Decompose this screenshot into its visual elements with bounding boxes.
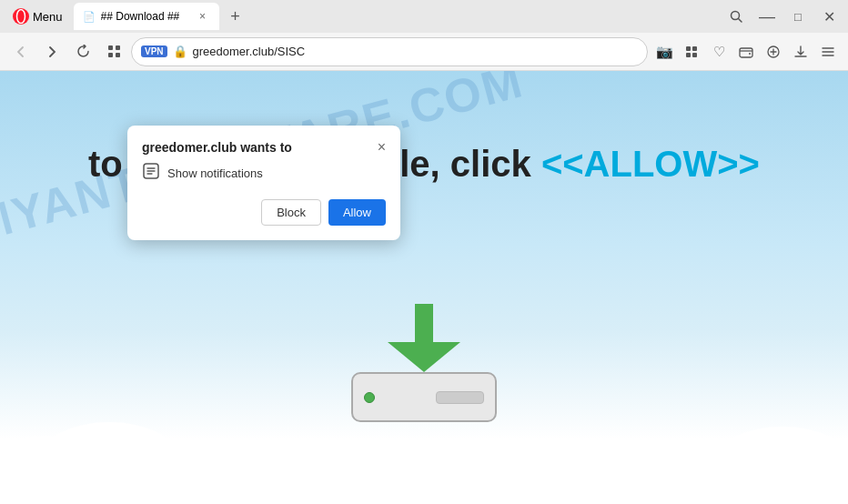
svg-rect-5 [116, 45, 120, 50]
camera-icon[interactable]: 📷 [651, 39, 677, 65]
vpn-badge: VPN [141, 45, 167, 57]
notification-popup: greedomer.club wants to × Show notificat… [127, 126, 400, 240]
hamburger-menu-icon[interactable] [815, 39, 841, 65]
download-icon[interactable] [788, 39, 813, 65]
lock-icon: 🔒 [173, 45, 187, 58]
page-content: MYANTISPYWARE.COM to download the file, … [0, 71, 848, 504]
svg-rect-9 [692, 46, 697, 51]
clouds-svg [0, 386, 848, 504]
heart-icon[interactable]: ♡ [706, 39, 732, 65]
tab-title: ## Download ## [101, 10, 190, 23]
svg-rect-28 [0, 486, 848, 504]
grid-button[interactable] [100, 38, 127, 66]
svg-rect-6 [108, 53, 113, 57]
popup-header: greedomer.club wants to × [142, 140, 386, 155]
notification-icon [142, 162, 160, 185]
address-bar[interactable]: VPN 🔒 greedomer.club/SISC [131, 37, 648, 66]
wallet-icon[interactable] [733, 39, 759, 65]
close-window-button[interactable]: ✕ [815, 3, 843, 30]
tab-close-button[interactable]: × [196, 9, 210, 24]
tab-favicon: 📄 [83, 11, 96, 23]
allow-button[interactable]: Allow [328, 199, 386, 226]
svg-point-0 [13, 8, 29, 25]
download-arrow-svg [388, 304, 460, 372]
browser-window: Menu 📄 ## Download ## × + — □ ✕ [0, 0, 848, 504]
svg-rect-4 [108, 45, 113, 50]
svg-rect-11 [692, 53, 697, 57]
extensions-icon[interactable] [679, 39, 704, 65]
active-tab[interactable]: 📄 ## Download ## × [74, 3, 219, 30]
easy-setup-icon[interactable] [761, 39, 786, 65]
notification-text: Show notifications [167, 166, 263, 180]
svg-marker-19 [388, 342, 460, 372]
svg-rect-8 [686, 46, 691, 51]
popup-title: greedomer.club wants to [142, 140, 292, 155]
svg-point-13 [749, 53, 751, 55]
new-tab-button[interactable]: + [223, 4, 248, 29]
minimize-button[interactable]: — [753, 3, 781, 30]
menu-label: Menu [33, 10, 63, 24]
main-text-highlight: <<ALLOW>> [541, 144, 760, 184]
popup-body: Show notifications [142, 162, 386, 185]
forward-button[interactable] [38, 38, 66, 66]
popup-actions: Block Allow [142, 199, 386, 226]
opera-menu[interactable]: Menu [5, 5, 70, 28]
back-button[interactable] [7, 38, 35, 66]
search-button[interactable] [722, 3, 750, 30]
toolbar: VPN 🔒 greedomer.club/SISC 📷 ♡ [0, 33, 848, 71]
svg-line-3 [739, 19, 742, 23]
svg-rect-12 [740, 48, 752, 57]
toolbar-right-icons: 📷 ♡ [651, 39, 841, 65]
svg-rect-10 [686, 53, 691, 57]
popup-close-button[interactable]: × [378, 140, 386, 155]
block-button[interactable]: Block [261, 199, 321, 226]
url-text[interactable]: greedomer.club/SISC [193, 45, 638, 58]
svg-rect-18 [415, 304, 433, 342]
maximize-button[interactable]: □ [784, 3, 812, 30]
reload-button[interactable] [69, 38, 96, 66]
svg-rect-7 [116, 53, 120, 57]
tab-bar: Menu 📄 ## Download ## × + — □ ✕ [0, 0, 848, 33]
